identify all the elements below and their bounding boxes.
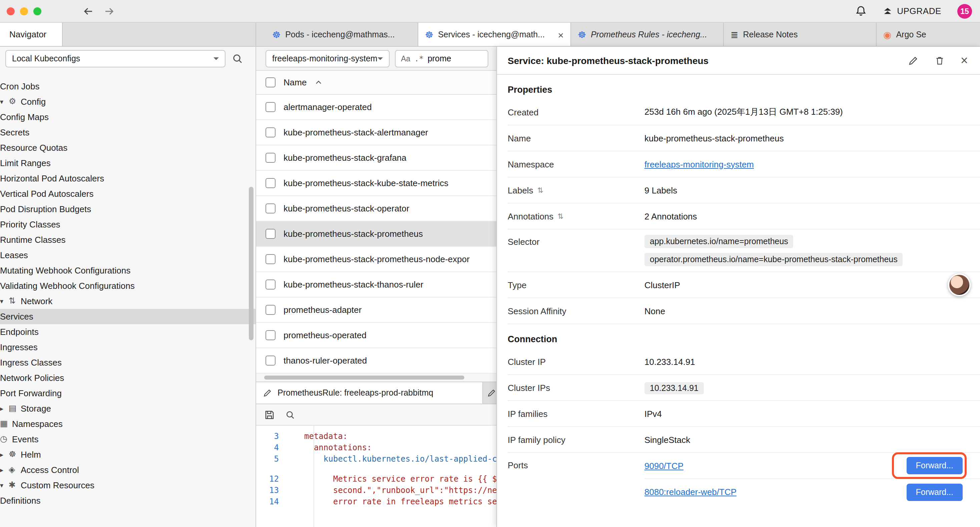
sidebar-item[interactable]: ▸ ☸ Helm <box>0 447 256 462</box>
row-checkbox[interactable] <box>266 305 275 315</box>
sidebar-item[interactable]: Endpoints <box>0 324 256 339</box>
sidebar-item[interactable]: ▸ ◈ Access Control <box>0 462 256 478</box>
yaml-editor[interactable]: 3 metadata: 4 annotations: 5 kubectl.kub… <box>256 426 496 527</box>
sidebar-item[interactable]: Validating Webhook Configurations <box>0 278 256 293</box>
table-row[interactable]: kube-prometheus-stack-operator <box>256 196 496 221</box>
table-row[interactable]: prometheus-operated <box>256 323 496 348</box>
notification-badge[interactable]: 15 <box>957 4 972 18</box>
row-checkbox[interactable] <box>266 229 275 239</box>
annotations-sort-icon[interactable] <box>557 212 563 220</box>
kubeconfig-select[interactable]: Local Kubeconfigs <box>5 50 226 67</box>
sort-asc-icon[interactable] <box>315 80 322 85</box>
sidebar-item[interactable]: Limit Ranges <box>0 155 256 171</box>
close-window-button[interactable] <box>7 7 15 15</box>
row-checkbox[interactable] <box>266 355 275 366</box>
sidebar-item[interactable]: Secrets <box>0 125 256 140</box>
sidebar-item[interactable]: Priority Classes <box>0 217 256 232</box>
document-tab[interactable]: ☸ Services - icecheng@math... × <box>418 23 571 46</box>
sidebar-item[interactable]: Mutating Webhook Configurations <box>0 263 256 278</box>
labels-value[interactable]: 9 Labels <box>644 185 969 195</box>
port-link[interactable]: 9090/TCP <box>644 461 684 471</box>
name-column-header[interactable]: Name <box>283 77 307 88</box>
row-checkbox[interactable] <box>266 254 275 264</box>
editor-tab[interactable]: PrometheusRule: freeleaps-prod-rabbitmq <box>256 382 483 404</box>
tree-chevron-icon[interactable]: ▾ <box>0 482 9 489</box>
bell-icon[interactable] <box>855 5 866 17</box>
user-avatar[interactable] <box>948 274 970 296</box>
sidebar-item[interactable]: Ingress Classes <box>0 355 256 370</box>
upgrade-button[interactable]: UPGRADE <box>882 6 941 16</box>
sidebar-item[interactable]: Resource Quotas <box>0 140 256 155</box>
editor-tab-partial[interactable] <box>483 382 496 404</box>
sidebar-item[interactable]: Horizontal Pod Autoscalers <box>0 171 256 186</box>
sidebar-item[interactable]: Ingresses <box>0 339 256 355</box>
table-row[interactable]: kube-prometheus-stack-grafana <box>256 145 496 171</box>
sidebar-item[interactable]: ▦ Namespaces <box>0 416 256 431</box>
row-checkbox[interactable] <box>266 153 275 163</box>
save-icon[interactable] <box>264 409 275 420</box>
namespace-link[interactable]: freeleaps-monitoring-system <box>644 159 754 169</box>
forward-button[interactable]: Forward... <box>906 483 963 501</box>
row-checkbox[interactable] <box>266 127 275 137</box>
tree-chevron-icon[interactable]: ▸ <box>0 466 9 474</box>
row-checkbox[interactable] <box>266 178 275 188</box>
tree-chevron-icon[interactable]: ▾ <box>0 298 9 305</box>
search-icon[interactable] <box>232 53 243 64</box>
row-checkbox[interactable] <box>266 330 275 340</box>
namespace-select[interactable]: freeleaps-monitoring-system <box>266 50 390 67</box>
edit-icon[interactable] <box>908 55 919 66</box>
back-icon[interactable] <box>83 6 94 16</box>
sidebar-item[interactable]: Services <box>0 309 256 324</box>
table-horizontal-scrollbar[interactable] <box>256 374 496 382</box>
document-tab[interactable]: ☸ Prometheus Rules - icecheng... <box>571 23 724 46</box>
tab-close-icon[interactable]: × <box>558 30 564 40</box>
tree-chevron-icon[interactable]: ▾ <box>0 98 9 105</box>
search-input[interactable]: Aa .* prome <box>395 50 488 67</box>
table-row[interactable]: prometheus-adapter <box>256 298 496 323</box>
annotations-value[interactable]: 2 Annotations <box>644 211 969 221</box>
sidebar-item[interactable]: ▾ ⇅ Network <box>0 293 256 309</box>
navigator-tab[interactable]: Navigator <box>0 23 63 46</box>
regex-toggle[interactable]: .* <box>414 54 424 63</box>
labels-sort-icon[interactable] <box>538 186 543 194</box>
sidebar-item[interactable]: Definitions <box>0 493 256 508</box>
table-row[interactable]: alertmanager-operated <box>256 95 496 120</box>
document-tab[interactable]: ≣ Release Notes <box>724 23 877 46</box>
minimize-window-button[interactable] <box>20 7 28 15</box>
document-tab[interactable]: ◉ Argo Se <box>877 23 980 46</box>
row-checkbox[interactable] <box>266 280 275 290</box>
close-icon[interactable]: × <box>961 54 968 67</box>
sidebar-item[interactable]: ▾ ✱ Custom Resources <box>0 478 256 493</box>
scrollbar-thumb[interactable] <box>264 376 464 380</box>
sidebar-item[interactable]: ◷ Events <box>0 431 256 447</box>
tree-chevron-icon[interactable]: ▸ <box>0 451 9 458</box>
row-checkbox[interactable] <box>266 102 275 112</box>
sidebar-item[interactable]: ▸ ▤ Storage <box>0 401 256 416</box>
select-all-checkbox[interactable] <box>266 77 275 88</box>
sidebar-item[interactable]: ▾ ⚙ Config <box>0 94 256 110</box>
sidebar-item[interactable]: Pod Disruption Budgets <box>0 201 256 217</box>
zoom-window-button[interactable] <box>33 7 41 15</box>
sidebar-item[interactable]: Runtime Classes <box>0 232 256 247</box>
table-row[interactable]: kube-prometheus-stack-thanos-ruler <box>256 272 496 298</box>
tree-chevron-icon[interactable]: ▸ <box>0 405 9 412</box>
sidebar-item[interactable]: Network Policies <box>0 370 256 385</box>
sidebar-item[interactable]: Port Forwarding <box>0 385 256 401</box>
forward-button[interactable]: Forward... <box>906 457 963 474</box>
sidebar-item[interactable]: Vertical Pod Autoscalers <box>0 186 256 201</box>
sidebar-item[interactable]: Config Maps <box>0 110 256 125</box>
match-case-toggle[interactable]: Aa <box>401 54 410 62</box>
sidebar-scrollbar[interactable] <box>249 187 253 340</box>
table-row[interactable]: kube-prometheus-stack-alertmanager <box>256 120 496 145</box>
sidebar-item[interactable]: Cron Jobs <box>0 79 256 94</box>
forward-icon[interactable] <box>103 6 115 16</box>
table-row[interactable]: kube-prometheus-stack-prometheus-node-ex… <box>256 247 496 272</box>
delete-icon[interactable] <box>935 55 945 66</box>
table-row[interactable]: kube-prometheus-stack-prometheus <box>256 221 496 247</box>
search-icon[interactable] <box>286 410 295 419</box>
sidebar-item[interactable]: Leases <box>0 247 256 263</box>
table-row[interactable]: kube-prometheus-stack-kube-state-metrics <box>256 171 496 196</box>
table-row[interactable]: thanos-ruler-operated <box>256 348 496 374</box>
port-link[interactable]: 8080:reloader-web/TCP <box>644 487 737 497</box>
row-checkbox[interactable] <box>266 204 275 213</box>
